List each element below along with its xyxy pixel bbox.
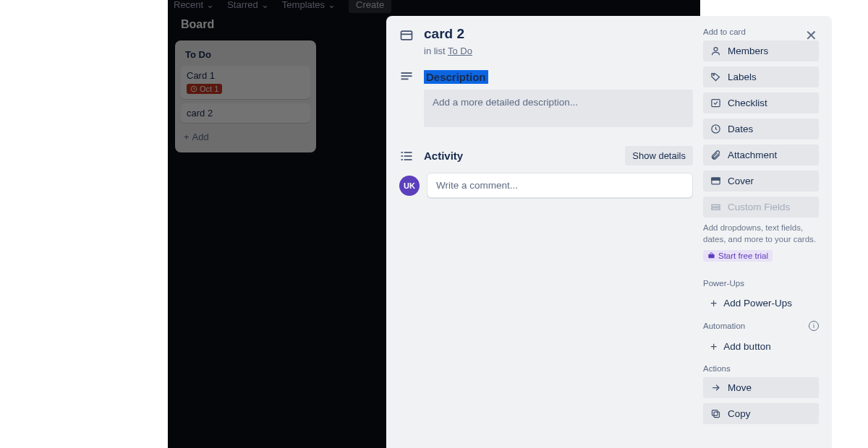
dates-icon <box>710 124 721 134</box>
start-trial-button[interactable]: Start free trial <box>703 250 773 262</box>
plus-icon: + <box>710 297 717 310</box>
description-input[interactable]: Add a more detailed description... <box>424 90 693 127</box>
svg-rect-22 <box>712 410 718 415</box>
list-link[interactable]: To Do <box>448 46 472 56</box>
actions-heading: Actions <box>703 364 819 373</box>
svg-rect-17 <box>712 178 720 180</box>
svg-rect-18 <box>712 204 720 207</box>
custom-fields-button[interactable]: Custom Fields <box>703 197 819 217</box>
copy-button[interactable]: Copy <box>703 403 819 424</box>
svg-rect-3 <box>401 72 412 74</box>
svg-rect-8 <box>401 155 404 157</box>
svg-rect-7 <box>404 152 412 153</box>
add-automation-button[interactable]: + Add button <box>703 335 819 358</box>
cover-button[interactable]: Cover <box>703 171 819 191</box>
show-details-button[interactable]: Show details <box>625 146 693 165</box>
comment-input[interactable]: Write a comment... <box>427 173 693 198</box>
svg-point-13 <box>713 74 715 76</box>
custom-fields-note: Add dropdowns, text fields, dates, and m… <box>703 223 819 245</box>
svg-rect-19 <box>712 208 720 210</box>
user-avatar[interactable]: UK <box>399 176 420 196</box>
svg-rect-5 <box>401 79 409 80</box>
svg-point-12 <box>714 48 718 51</box>
dates-button[interactable]: Dates <box>703 119 819 139</box>
automation-heading: Automation i <box>703 321 819 331</box>
custom-fields-icon <box>710 202 721 212</box>
copy-icon <box>710 408 721 419</box>
add-powerups-button[interactable]: + Add Power-Ups <box>703 292 819 315</box>
labels-button[interactable]: Labels <box>703 66 819 87</box>
description-label: Description <box>424 70 488 84</box>
description-icon <box>399 69 415 84</box>
info-icon[interactable]: i <box>809 321 819 331</box>
svg-rect-10 <box>401 159 404 160</box>
activity-icon <box>399 149 415 163</box>
attachment-icon <box>710 150 721 160</box>
svg-rect-20 <box>708 254 714 259</box>
card-detail-modal: ✕ card 2 in list To Do Description <box>386 16 832 448</box>
svg-rect-4 <box>401 75 412 77</box>
svg-rect-14 <box>712 100 720 107</box>
svg-rect-9 <box>404 155 412 157</box>
card-icon <box>399 28 415 43</box>
labels-icon <box>710 72 721 82</box>
svg-rect-21 <box>714 412 720 418</box>
briefcase-icon <box>707 251 715 259</box>
members-icon <box>710 46 721 56</box>
activity-label: Activity <box>424 150 463 162</box>
plus-icon: + <box>710 340 717 353</box>
svg-rect-6 <box>401 152 404 153</box>
close-button[interactable]: ✕ <box>800 25 822 46</box>
card-list-location: in list To Do <box>424 46 693 56</box>
checklist-icon <box>710 98 721 108</box>
close-icon: ✕ <box>805 27 817 44</box>
card-title[interactable]: card 2 <box>424 26 464 42</box>
attachment-button[interactable]: Attachment <box>703 145 819 165</box>
svg-rect-11 <box>404 159 412 160</box>
checklist-button[interactable]: Checklist <box>703 92 819 113</box>
move-button[interactable]: Move <box>703 377 819 398</box>
powerups-heading: Power-Ups <box>703 279 819 288</box>
move-icon <box>710 382 721 393</box>
cover-icon <box>710 176 721 186</box>
svg-rect-1 <box>401 31 412 40</box>
